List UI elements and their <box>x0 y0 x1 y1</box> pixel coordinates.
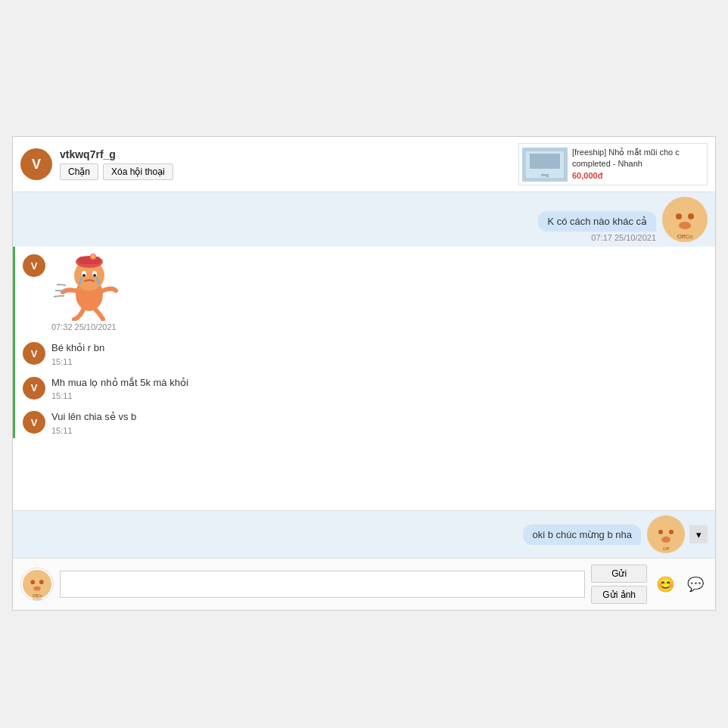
svg-rect-12 <box>78 257 101 264</box>
svg-text:OffCo: OffCo <box>677 233 693 240</box>
svg-text:Off: Off <box>663 546 669 551</box>
svg-point-22 <box>661 537 670 543</box>
bottom-message-bar: oki b chúc mừng b nha Off ▾ <box>13 510 715 558</box>
svg-point-17 <box>82 274 86 277</box>
svg-point-25 <box>30 580 35 584</box>
send-buttons: Gửi Gửi ảnh <box>591 565 647 604</box>
username-label: vtkwq7rf_g <box>60 148 518 160</box>
emoji-icon: 😊 <box>656 575 675 593</box>
svg-text:lending: lending <box>33 598 42 601</box>
emoji-button[interactable]: 😊 <box>653 572 677 596</box>
chat-icon-button[interactable]: 💬 <box>683 572 708 596</box>
local-body-3: Mh mua lọ nhỏ mắt 5k mà khỏi 15:11 <box>51 375 708 401</box>
bottom-bubble: oki b chúc mừng b nha <box>523 524 641 545</box>
svg-point-7 <box>679 222 691 229</box>
local-avatar-1: V <box>23 254 45 277</box>
local-time-3: 15:11 <box>51 391 708 400</box>
product-info: [freeship] Nhỏ mắt mũi cho c completed -… <box>572 147 704 182</box>
local-time-2: 15:11 <box>51 357 708 366</box>
chevron-down-button[interactable]: ▾ <box>689 525 708 543</box>
chat-body[interactable]: K có cách nào khác cả 07:17 25/10/2021 O… <box>13 192 715 510</box>
chat-header: V vtkwq7rf_g Chặn Xóa hội thoại img <box>13 137 715 192</box>
chevron-down-icon: ▾ <box>696 529 702 540</box>
sticker-image <box>51 253 127 321</box>
message-input[interactable] <box>60 571 585 598</box>
product-image: img <box>522 148 568 182</box>
svg-point-26 <box>39 580 44 584</box>
svg-point-6 <box>688 213 694 219</box>
svg-text:img: img <box>541 173 549 177</box>
remote-bubble: K có cách nào khác cả <box>538 211 656 232</box>
bottom-text: oki b chúc mừng b nha <box>532 529 632 540</box>
local-sticker-message: V <box>13 247 715 334</box>
bottom-sticker-avatar: Off <box>647 515 685 553</box>
send-image-button[interactable]: Gửi ảnh <box>591 586 647 604</box>
local-message-2: V Bé khỏi r bn 15:11 <box>13 334 715 369</box>
svg-rect-2 <box>530 154 560 169</box>
svg-point-14 <box>92 255 95 258</box>
remote-message-content: K có cách nào khác cả 07:17 25/10/2021 <box>538 211 656 242</box>
product-preview[interactable]: img [freeship] Nhỏ mắt mũi cho c complet… <box>518 143 708 185</box>
svg-point-18 <box>93 274 96 277</box>
send-button[interactable]: Gửi <box>591 565 647 583</box>
local-sticker-time: 07:32 25/10/2021 <box>51 322 708 331</box>
local-body-4: Vui lên chia sẻ vs b 15:11 <box>51 409 708 435</box>
local-message-4: V Vui lên chia sẻ vs b 15:11 <box>13 403 715 438</box>
local-avatar-3: V <box>23 377 45 400</box>
header-buttons: Chặn Xóa hội thoại <box>60 163 518 180</box>
header-info: vtkwq7rf_g Chặn Xóa hội thoại <box>60 148 518 180</box>
block-button[interactable]: Chặn <box>60 163 98 180</box>
chat-container: V vtkwq7rf_g Chặn Xóa hội thoại img <box>12 136 716 611</box>
local-avatar-2: V <box>23 342 45 365</box>
input-sticker-avatar: OffCo lending <box>20 568 54 601</box>
remote-text-1: K có cách nào khác cả <box>547 216 647 227</box>
local-message-3: V Mh mua lọ nhỏ mắt 5k mà khỏi 15:11 <box>13 369 715 404</box>
chat-icon: 💬 <box>687 576 704 593</box>
remote-message-1: K có cách nào khác cả 07:17 25/10/2021 O… <box>13 192 715 247</box>
chat-input-area: OffCo lending Gửi Gửi ảnh 😊 💬 <box>13 558 715 610</box>
local-text-4: Vui lên chia sẻ vs b <box>51 409 708 425</box>
svg-point-5 <box>676 213 682 219</box>
local-body-2: Bé khỏi r bn 15:11 <box>51 341 708 366</box>
page-wrapper: V vtkwq7rf_g Chặn Xóa hội thoại img <box>0 0 728 728</box>
local-sticker-body: 07:32 25/10/2021 <box>51 253 708 331</box>
product-name: [freeship] Nhỏ mắt mũi cho c completed -… <box>572 147 704 170</box>
remote-sticker-avatar: OffCo <box>662 197 708 242</box>
local-text-2: Bé khỏi r bn <box>51 341 708 356</box>
delete-conversation-button[interactable]: Xóa hội thoại <box>103 163 173 180</box>
local-time-4: 15:11 <box>51 426 708 435</box>
svg-point-20 <box>658 530 663 534</box>
svg-point-27 <box>33 586 41 591</box>
remote-time-1: 07:17 25/10/2021 <box>591 233 656 242</box>
user-avatar: V <box>20 148 52 180</box>
product-price: 60,000đ <box>572 170 704 182</box>
svg-point-21 <box>669 530 674 534</box>
local-avatar-4: V <box>23 411 45 434</box>
local-text-3: Mh mua lọ nhỏ mắt 5k mà khỏi <box>51 375 708 390</box>
